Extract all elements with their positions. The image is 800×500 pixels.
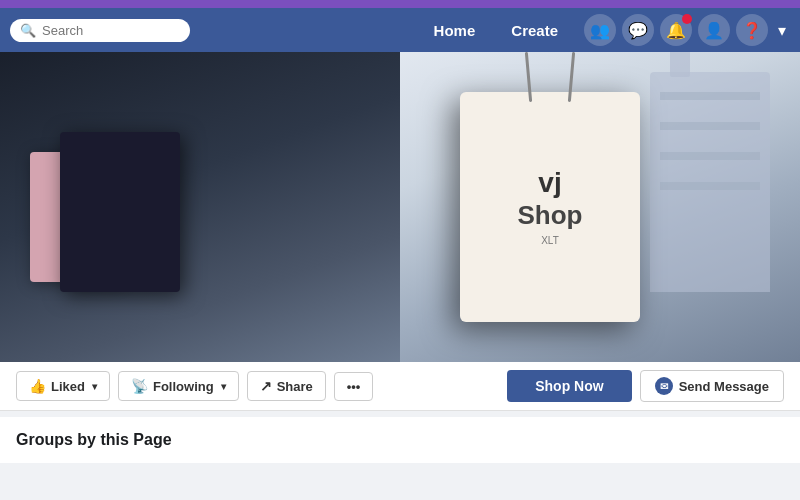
more-button[interactable]: ••• [334,372,374,401]
liked-dropdown-arrow: ▾ [92,381,97,392]
notifications-icon-btn[interactable]: 🔔 [660,14,692,46]
liked-button[interactable]: 👍 Liked ▾ [16,371,110,401]
main-shopping-bag: vj Shop XLT [460,92,640,322]
cover-photo: vj Shop XLT [0,52,800,362]
account-menu-button[interactable]: ▾ [774,17,790,44]
friends-icon-btn[interactable]: 👥 [584,14,616,46]
thumbs-up-icon: 👍 [29,378,46,394]
bag-shop-text: Shop [518,200,583,231]
search-bar[interactable]: 🔍 [10,19,190,42]
messenger-icon-btn[interactable]: 💬 [622,14,654,46]
building-graphic [650,72,770,292]
send-message-button[interactable]: ✉ Send Message [640,370,784,402]
nav-create[interactable]: Create [503,18,566,43]
help-icon-btn[interactable]: ❓ [736,14,768,46]
nav-icons: 👥 💬 🔔 👤 ❓ ▾ [584,14,790,46]
nav-home[interactable]: Home [426,18,484,43]
following-label: Following [153,379,214,394]
friend-requests-icon: 👤 [704,21,724,40]
navbar: 🔍 Home Create 👥 💬 🔔 👤 ❓ ▾ [0,8,800,52]
bag-handles [527,52,573,102]
rss-icon: 📡 [131,378,148,394]
bag-sub-text: XLT [541,235,559,246]
friends-icon: 👥 [590,21,610,40]
share-icon: ↗ [260,378,272,394]
help-icon: ❓ [742,21,762,40]
groups-title: Groups by this Page [16,431,784,449]
following-dropdown-arrow: ▾ [221,381,226,392]
more-label: ••• [347,379,361,394]
shop-now-button[interactable]: Shop Now [507,370,631,402]
following-button[interactable]: 📡 Following ▾ [118,371,239,401]
top-stripe [0,0,800,8]
liked-label: Liked [51,379,85,394]
notification-badge [682,14,692,24]
cover-scene: vj Shop XLT [0,52,800,362]
share-button[interactable]: ↗ Share [247,371,326,401]
send-message-label: Send Message [679,379,769,394]
messenger-circle-icon: ✉ [655,377,673,395]
bell-icon: 🔔 [666,21,686,40]
search-icon: 🔍 [20,23,36,38]
action-bar: 👍 Liked ▾ 📡 Following ▾ ↗ Share ••• Shop… [0,362,800,411]
nav-links: Home Create [426,18,566,43]
groups-section: Groups by this Page [0,417,800,463]
dark-shopping-bag [60,132,180,292]
share-label: Share [277,379,313,394]
search-input[interactable] [42,23,172,38]
messenger-icon: 💬 [628,21,648,40]
bag-logo: vj [538,168,561,199]
friend-requests-icon-btn[interactable]: 👤 [698,14,730,46]
